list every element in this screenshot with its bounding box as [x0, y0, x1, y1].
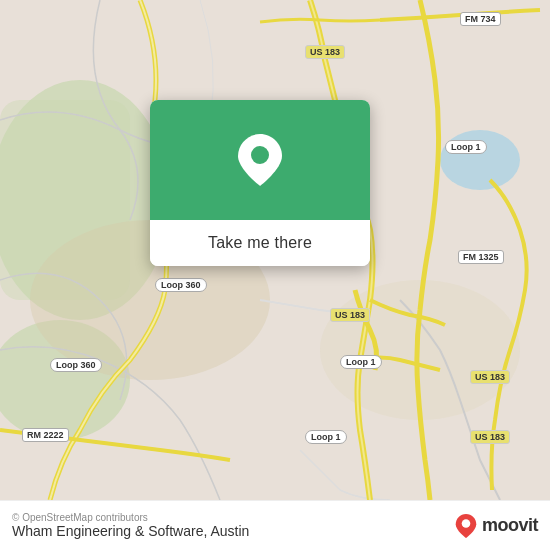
map-attribution: © OpenStreetMap contributors	[12, 512, 249, 523]
badge-loop360-top: Loop 360	[155, 278, 207, 292]
badge-loop1-mid: Loop 1	[340, 355, 382, 369]
badge-fm734: FM 734	[460, 12, 501, 26]
moovit-logo: moovit	[454, 514, 538, 538]
badge-us183-mid: US 183	[330, 308, 370, 322]
badge-rm2222: RM 2222	[22, 428, 69, 442]
bottom-bar: © OpenStreetMap contributors Wham Engine…	[0, 500, 550, 550]
badge-loop1-bottom: Loop 1	[305, 430, 347, 444]
map-container: FM 734 US 183 Loop 1 FM 1325 Loop 360 US…	[0, 0, 550, 500]
svg-point-3	[440, 130, 520, 190]
location-pin-icon	[236, 136, 284, 184]
badge-us183-bottom: US 183	[470, 430, 510, 444]
badge-loop1-right: Loop 1	[445, 140, 487, 154]
badge-us183-top: US 183	[305, 45, 345, 59]
svg-point-8	[462, 519, 471, 528]
moovit-brand-text: moovit	[482, 515, 538, 536]
badge-loop360-bottom: Loop 360	[50, 358, 102, 372]
badge-fm1325: FM 1325	[458, 250, 504, 264]
take-me-there-button[interactable]: Take me there	[150, 220, 370, 266]
popup-card: Take me there	[150, 100, 370, 266]
moovit-pin-icon	[454, 514, 478, 538]
badge-us183-right: US 183	[470, 370, 510, 384]
popup-header	[150, 100, 370, 220]
svg-point-7	[251, 146, 269, 164]
app-title: Wham Engineering & Software, Austin	[12, 523, 249, 539]
bottom-left-info: © OpenStreetMap contributors Wham Engine…	[12, 512, 249, 539]
